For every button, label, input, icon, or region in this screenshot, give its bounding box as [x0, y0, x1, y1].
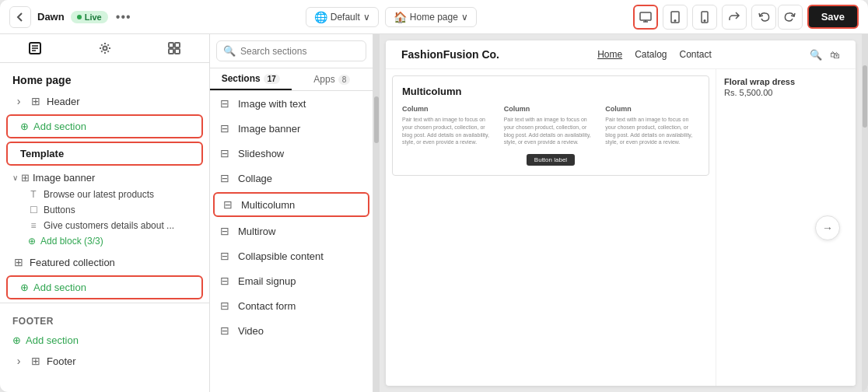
undo-button[interactable]	[751, 5, 776, 30]
add-icon-1: ⊕	[20, 121, 29, 132]
preview-nav: FashionFusion Co. Home Catalog Contact 🔍…	[386, 40, 856, 69]
chevron-down-icon: ∨	[12, 173, 18, 182]
sidebar-tab-apps[interactable]	[139, 34, 209, 62]
topbar-left: Dawn Live •••	[9, 6, 149, 28]
multicolumn-preview-title: Multicolumn	[402, 86, 699, 97]
multicolumn-preview-card: Multicolumn Column Pair text with an ima…	[392, 75, 709, 176]
sidebar-item-footer[interactable]: › ⊞ Footer	[0, 351, 209, 371]
sub-item-1[interactable]: T Browse our latest products	[28, 187, 209, 202]
redo-button[interactable]	[778, 5, 803, 30]
search-input[interactable]	[240, 46, 359, 57]
panel-item-9[interactable]: ⊟ Video	[210, 318, 373, 343]
default-chevron: ∨	[363, 12, 370, 23]
sidebar-tabs	[0, 34, 209, 63]
preview-nav-links: Home Catalog Contact	[597, 49, 712, 60]
default-select[interactable]: 🌐 Default ∨	[306, 7, 379, 27]
left-scrollbar[interactable]	[373, 34, 380, 392]
sidebar-item-featured[interactable]: ⊞ Featured collection	[0, 252, 209, 272]
preview-nav-contact[interactable]: Contact	[680, 49, 712, 60]
item-icon-1: ⊟	[218, 122, 232, 135]
apps-tab-label: Apps	[313, 74, 334, 85]
live-dot	[77, 15, 82, 19]
multicolumn-button[interactable]: Button label	[527, 154, 575, 166]
svg-rect-10	[175, 49, 180, 54]
topbar: Dawn Live ••• 🌐 Default ∨ 🏠 Home page ∨	[0, 0, 868, 34]
desktop-view-button[interactable]	[633, 5, 658, 30]
panel-tab-apps[interactable]: Apps 8	[292, 68, 373, 90]
header-label: Header	[47, 96, 80, 107]
panel-item-0[interactable]: ⊟ Image with text	[210, 91, 373, 116]
panel-item-7[interactable]: ⊟ Email signup	[210, 268, 373, 293]
sidebar-tab-pages[interactable]	[0, 34, 70, 62]
panel-item-3[interactable]: ⊟ Collage	[210, 166, 373, 191]
share-button[interactable]	[722, 5, 747, 30]
col-2-title: Column	[605, 105, 699, 113]
panel-item-4-multicolumn[interactable]: ⊟ Multicolumn	[213, 192, 369, 217]
cart-icon-nav[interactable]: 🛍	[830, 49, 840, 61]
add-section-button-1[interactable]: ⊕ Add section	[6, 114, 203, 138]
product-price: Rs. 5,500.00	[724, 88, 848, 97]
header-icon: ⊞	[30, 95, 42, 107]
svg-rect-8	[175, 43, 180, 47]
panel-item-2[interactable]: ⊟ Slideshow	[210, 141, 373, 166]
image-banner-header[interactable]: ∨ ⊞ Image banner	[0, 169, 209, 187]
svg-rect-0	[640, 12, 651, 20]
more-button[interactable]: •••	[114, 8, 133, 26]
col-0-title: Column	[402, 105, 496, 113]
item-icon-5: ⊟	[218, 225, 232, 237]
panel-list: ⊟ Image with text ⊟ Image banner ⊟ Slide…	[210, 91, 373, 392]
svg-point-6	[103, 47, 107, 51]
item-icon-9: ⊟	[218, 324, 232, 337]
add-section-button-3[interactable]: ⊕ Add section	[0, 330, 209, 351]
featured-icon: ⊞	[12, 256, 25, 268]
search-icon-nav[interactable]: 🔍	[810, 49, 822, 61]
footer-label: Footer	[47, 355, 76, 367]
search-box[interactable]: 🔍	[216, 40, 366, 61]
topbar-right: Save	[633, 5, 859, 30]
back-button[interactable]	[9, 6, 31, 28]
preview-nav-home[interactable]: Home	[597, 49, 622, 60]
panel-item-6[interactable]: ⊟ Collapsible content	[210, 243, 373, 268]
item-label-6: Collapsible content	[238, 250, 324, 262]
add-section-label-1: Add section	[33, 121, 86, 132]
col-1-text: Pair text with an image to focus on your…	[504, 116, 598, 146]
add-block-item[interactable]: ⊕ Add block (3/3)	[28, 233, 209, 249]
mobile-view-button[interactable]	[692, 5, 717, 30]
panel-item-5[interactable]: ⊟ Multirow	[210, 219, 373, 243]
add-section-button-2[interactable]: ⊕ Add section	[6, 275, 203, 299]
sub-item-3[interactable]: ≡ Give customers details about ...	[28, 218, 209, 233]
undo-redo-group	[751, 5, 803, 30]
multicolumn-columns: Column Pair text with an image to focus …	[402, 105, 699, 146]
add-section-label-2: Add section	[33, 282, 86, 293]
save-button[interactable]: Save	[807, 5, 859, 29]
sub-item-label-3: Give customers details about ...	[44, 220, 174, 231]
sidebar-tab-settings[interactable]	[70, 34, 140, 62]
panel-item-1[interactable]: ⊟ Image banner	[210, 116, 373, 141]
page-title: Home page	[0, 69, 209, 91]
panel-item-8[interactable]: ⊟ Contact form	[210, 293, 373, 318]
sidebar: Home page › ⊞ Header ⊕ Add section Templ…	[0, 34, 210, 392]
sidebar-item-header[interactable]: › ⊞ Header	[0, 91, 209, 111]
sub-item-2[interactable]: ☐ Buttons	[28, 202, 209, 218]
home-page-select[interactable]: 🏠 Home page ∨	[385, 7, 477, 27]
image-banner-sub-items: T Browse our latest products ☐ Buttons ≡…	[0, 187, 209, 249]
svg-rect-9	[169, 49, 173, 54]
panel-tab-sections[interactable]: Sections 17	[210, 68, 292, 90]
item-icon-8: ⊟	[218, 299, 232, 312]
item-label-7: Email signup	[238, 275, 296, 287]
home-icon: 🏠	[394, 11, 407, 23]
section-panel: 🔍 Sections 17 Apps 8 ⊟ Image with t	[210, 34, 373, 392]
search-icon: 🔍	[223, 45, 236, 57]
preview-nav-catalog[interactable]: Catalog	[635, 49, 667, 60]
preview-content: Multicolumn Column Pair text with an ima…	[386, 69, 856, 386]
column-2: Column Pair text with an image to focus …	[605, 105, 699, 146]
tablet-view-button[interactable]	[663, 5, 688, 30]
col-0-text: Pair text with an image to focus on your…	[402, 116, 496, 146]
text-icon: T	[28, 189, 39, 200]
item-label-8: Contact form	[238, 300, 296, 312]
add-section-label-3: Add section	[26, 334, 79, 346]
button-icon: ☐	[28, 205, 39, 215]
svg-point-4	[704, 19, 705, 21]
item-label-9: Video	[238, 325, 264, 337]
right-scrollbar[interactable]	[862, 34, 868, 392]
